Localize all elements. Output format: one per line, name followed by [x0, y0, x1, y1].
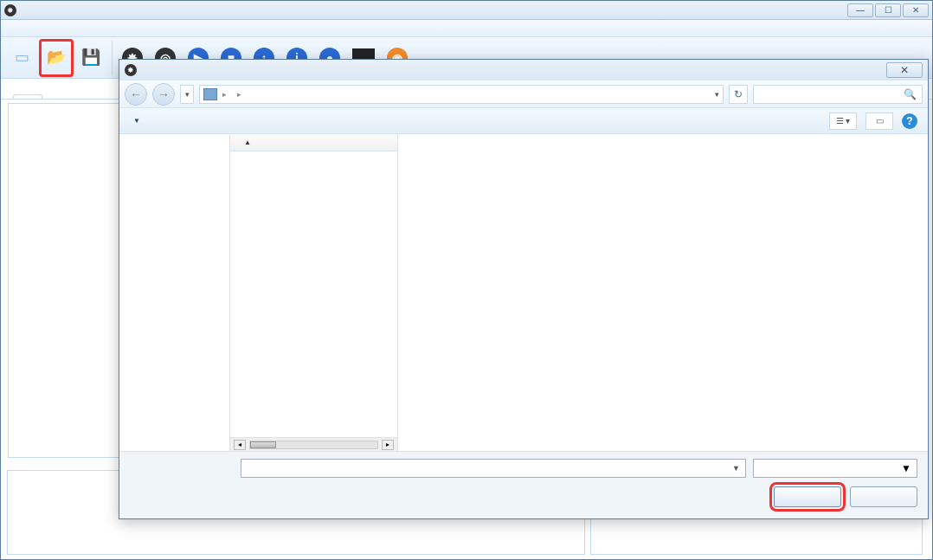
window-controls: — ☐ ✕	[846, 3, 929, 17]
maximize-button[interactable]: ☐	[875, 3, 901, 17]
close-button[interactable]: ✕	[903, 3, 929, 17]
filter-dropdown-icon[interactable]: ▼	[901, 462, 911, 474]
menubar	[1, 20, 932, 37]
toolbar-separator	[112, 41, 113, 75]
sort-up-icon: ▲	[244, 138, 251, 146]
scroll-thumb[interactable]	[250, 441, 276, 448]
new-button[interactable]: ▭	[4, 39, 39, 77]
dialog-titlebar: ✸ ✕	[119, 60, 928, 80]
app-gear-icon: ✸	[4, 4, 16, 16]
organize-button[interactable]: ▼	[130, 117, 140, 125]
view-mode-button[interactable]: ☰ ▾	[829, 113, 857, 130]
minimize-button[interactable]: —	[847, 3, 873, 17]
dialog-body: ▲ ◂ ▸	[119, 134, 928, 451]
open-button[interactable]: 📂	[39, 39, 74, 77]
save-button[interactable]: 💾	[74, 39, 108, 77]
search-icon: 🔍	[904, 88, 917, 100]
chevron-right-icon: ▸	[222, 90, 227, 99]
dialog-cancel-button[interactable]	[850, 486, 917, 507]
filename-dropdown-icon[interactable]: ▼	[732, 464, 740, 473]
save-disk-icon: 💾	[81, 48, 100, 67]
help-button[interactable]: ?	[902, 113, 917, 129]
list-scrollbar[interactable]: ◂ ▸	[230, 437, 397, 451]
editor-gutter	[8, 103, 120, 458]
dialog-open-button[interactable]	[774, 486, 841, 507]
list-rows	[230, 151, 397, 437]
scroll-track[interactable]	[249, 441, 378, 449]
chevron-down-icon: ▼	[133, 117, 140, 125]
pc-icon	[203, 88, 217, 100]
preview-pane-button[interactable]: ▭	[865, 113, 893, 130]
dialog-close-button[interactable]: ✕	[886, 62, 923, 78]
tab-new[interactable]	[13, 94, 42, 99]
file-dialog: ✸ ✕ ← → ▾ ▸ ▸ ▾ ↻ 🔍 ▼ ☰ ▾ ▭ ?	[119, 59, 929, 519]
nav-forward-button[interactable]: →	[152, 83, 175, 106]
dialog-footer: ▼ ▼	[119, 451, 928, 518]
app-titlebar: ✸ — ☐ ✕	[1, 1, 932, 20]
dialog-gear-icon: ✸	[125, 64, 137, 76]
nav-history-dropdown[interactable]: ▾	[180, 85, 194, 104]
dialog-sidebar	[119, 134, 230, 451]
list-header-name[interactable]: ▲	[230, 134, 397, 151]
search-input[interactable]: 🔍	[753, 85, 923, 104]
open-folder-icon: 📂	[47, 48, 66, 67]
file-list: ▲ ◂ ▸	[230, 134, 398, 451]
dialog-toolbar: ▼ ☰ ▾ ▭ ?	[119, 108, 928, 134]
refresh-button[interactable]: ↻	[729, 85, 748, 104]
breadcrumb-dropdown-icon[interactable]: ▾	[715, 90, 719, 99]
nav-back-button[interactable]: ←	[125, 83, 147, 106]
chevron-right-icon: ▸	[237, 90, 241, 99]
filetype-filter[interactable]: ▼	[753, 459, 917, 478]
scroll-right-icon[interactable]: ▸	[382, 440, 394, 450]
new-file-icon: ▭	[12, 48, 31, 67]
filename-input[interactable]: ▼	[241, 459, 746, 478]
dialog-nav: ← → ▾ ▸ ▸ ▾ ↻ 🔍	[119, 80, 928, 108]
scroll-left-icon[interactable]: ◂	[234, 440, 246, 450]
breadcrumb[interactable]: ▸ ▸ ▾	[199, 85, 724, 104]
preview-pane	[398, 134, 928, 451]
